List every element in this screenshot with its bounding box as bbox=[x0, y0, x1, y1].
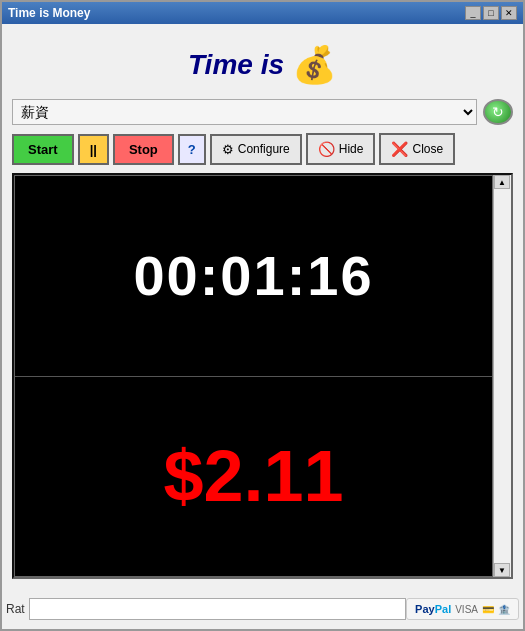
content-area: Time is 💰 薪資 ↻ Start || Stop ? ⚙ Configu… bbox=[2, 24, 523, 589]
scrollbar-area: ▲ ▼ bbox=[493, 175, 511, 577]
no-entry-icon: 🚫 bbox=[318, 141, 335, 157]
card-icon: 💳 bbox=[482, 604, 494, 615]
button-row: Start || Stop ? ⚙ Configure 🚫 Hide ❌ Clo… bbox=[12, 133, 513, 165]
main-window: Time is Money _ □ ✕ Time is 💰 薪資 ↻ Start… bbox=[0, 0, 525, 631]
timer-section: 00:01:16 bbox=[15, 176, 492, 377]
display-container: 00:01:16 $2.11 ▲ ▼ bbox=[12, 173, 513, 579]
hide-label: Hide bbox=[339, 142, 364, 156]
close-button[interactable]: ❌ Close bbox=[379, 133, 455, 165]
refresh-button[interactable]: ↻ bbox=[483, 99, 513, 125]
paypal-badge: PayPal VISA 💳 🏦 bbox=[406, 598, 519, 620]
configure-button[interactable]: ⚙ Configure bbox=[210, 134, 302, 165]
stop-button[interactable]: Stop bbox=[113, 134, 174, 165]
close-x-icon: ❌ bbox=[391, 141, 408, 157]
window-title: Time is Money bbox=[8, 6, 90, 20]
minimize-button[interactable]: _ bbox=[465, 6, 481, 20]
window-controls: _ □ ✕ bbox=[465, 6, 517, 20]
scroll-down-button[interactable]: ▼ bbox=[494, 563, 510, 577]
gear-icon: ⚙ bbox=[222, 142, 234, 157]
money-bag-icon: 💰 bbox=[292, 44, 337, 86]
help-button[interactable]: ? bbox=[178, 134, 206, 165]
rate-input[interactable] bbox=[29, 598, 406, 620]
close-window-button[interactable]: ✕ bbox=[501, 6, 517, 20]
salary-dropdown[interactable]: 薪資 bbox=[12, 99, 477, 125]
display-area: 00:01:16 $2.11 bbox=[14, 175, 493, 577]
rate-label: Rat bbox=[6, 602, 25, 616]
app-title: Time is bbox=[188, 49, 284, 81]
maximize-button[interactable]: □ bbox=[483, 6, 499, 20]
header-area: Time is 💰 bbox=[12, 34, 513, 91]
pause-button[interactable]: || bbox=[78, 134, 109, 165]
title-bar: Time is Money _ □ ✕ bbox=[2, 2, 523, 24]
money-section: $2.11 bbox=[15, 377, 492, 577]
timer-display: 00:01:16 bbox=[133, 243, 373, 308]
paypal-text: PayPal bbox=[415, 603, 451, 615]
configure-label: Configure bbox=[238, 142, 290, 156]
start-button[interactable]: Start bbox=[12, 134, 74, 165]
money-display: $2.11 bbox=[163, 435, 343, 517]
scroll-up-button[interactable]: ▲ bbox=[494, 175, 510, 189]
dropdown-wrapper: 薪資 bbox=[12, 99, 477, 125]
dropdown-row: 薪資 ↻ bbox=[12, 99, 513, 125]
hide-button[interactable]: 🚫 Hide bbox=[306, 133, 376, 165]
bank-icon: 🏦 bbox=[498, 604, 510, 615]
close-label: Close bbox=[412, 142, 443, 156]
visa-icon: VISA bbox=[455, 604, 478, 615]
bottom-area: Rat PayPal VISA 💳 🏦 bbox=[2, 589, 523, 629]
rate-row: Rat bbox=[6, 598, 406, 620]
